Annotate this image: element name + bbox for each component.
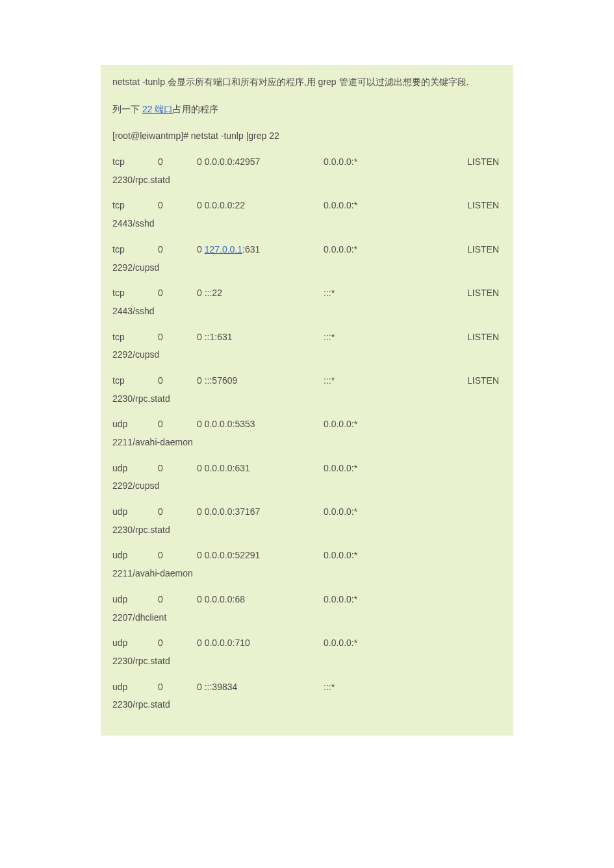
send-local: 0 127.0.0.1:631 — [197, 243, 324, 257]
send-local: 0 0.0.0.0:42957 — [197, 155, 324, 169]
foreign-address: 0.0.0.0:* — [324, 199, 463, 213]
netstat-row-cols: udp00 0.0.0.0:522910.0.0.0:* — [112, 549, 502, 563]
foreign-address: :::* — [324, 680, 463, 695]
foreign-address: 0.0.0.0:* — [324, 155, 463, 169]
netstat-row-cols: udp00 0.0.0.0:371670.0.0.0:* — [112, 505, 502, 519]
proto: udp — [112, 636, 158, 651]
program: 2292/cupsd — [112, 348, 502, 362]
state — [463, 417, 502, 432]
netstat-row: tcp00 127.0.0.1:6310.0.0.0:*LISTEN2292/c… — [112, 243, 502, 275]
send-local: 0 0.0.0.0:22 — [197, 199, 324, 213]
netstat-row: tcp00 :::57609:::*LISTEN2230/rpc.statd — [112, 374, 502, 406]
netstat-row-cols: tcp00 127.0.0.1:6310.0.0.0:*LISTEN — [112, 243, 502, 257]
program: 2443/sshd — [112, 217, 502, 231]
foreign-address: 0.0.0.0:* — [324, 593, 463, 607]
netstat-row-cols: udp00 0.0.0.0:7100.0.0.0:* — [112, 636, 502, 651]
recv-q: 0 — [158, 417, 197, 432]
netstat-row: udp00 0.0.0.0:522910.0.0.0:*2211/avahi-d… — [112, 549, 502, 580]
proto: udp — [112, 593, 158, 607]
state — [463, 549, 502, 563]
proto: tcp — [112, 243, 158, 257]
netstat-row: tcp00 ::1:631:::*LISTEN2292/cupsd — [112, 330, 502, 362]
foreign-address: :::* — [324, 286, 463, 301]
proto: udp — [112, 549, 158, 563]
program: 2292/cupsd — [112, 261, 502, 275]
send-local: 0 0.0.0.0:710 — [197, 636, 324, 651]
send-local: 0 0.0.0.0:631 — [197, 462, 324, 476]
recv-q: 0 — [158, 155, 197, 169]
netstat-output: tcp00 0.0.0.0:429570.0.0.0:*LISTEN2230/r… — [112, 155, 502, 712]
proto: tcp — [112, 374, 158, 388]
netstat-row: tcp00 :::22:::*LISTEN2443/sshd — [112, 286, 502, 318]
netstat-row: tcp00 0.0.0.0:429570.0.0.0:*LISTEN2230/r… — [112, 155, 502, 187]
send-local-suffix: :631 — [242, 244, 260, 254]
recv-q: 0 — [158, 505, 197, 519]
recv-q: 0 — [158, 243, 197, 257]
netstat-row-cols: tcp00 ::1:631:::*LISTEN — [112, 330, 502, 345]
recv-q: 0 — [158, 330, 197, 345]
netstat-row-cols: tcp00 :::22:::*LISTEN — [112, 286, 502, 301]
program: 2211/avahi-daemon — [112, 567, 502, 581]
program: 2207/dhclient — [112, 611, 502, 625]
program: 2230/rpc.statd — [112, 523, 502, 538]
netstat-row-cols: tcp00 :::57609:::*LISTEN — [112, 374, 502, 388]
program: 2443/sshd — [112, 304, 502, 319]
foreign-address: 0.0.0.0:* — [324, 636, 463, 651]
send-local: 0 0.0.0.0:5353 — [197, 417, 324, 432]
state — [463, 505, 502, 519]
program: 2292/cupsd — [112, 479, 502, 493]
foreign-address: :::* — [324, 374, 463, 388]
program: 2230/rpc.statd — [112, 654, 502, 669]
state — [463, 636, 502, 651]
netstat-row: udp00 0.0.0.0:680.0.0.0:*2207/dhclient — [112, 593, 502, 625]
foreign-address: 0.0.0.0:* — [324, 462, 463, 476]
send-local: 0 0.0.0.0:52291 — [197, 549, 324, 563]
program: 2230/rpc.statd — [112, 698, 502, 712]
send-local-prefix: 0 — [197, 244, 205, 254]
recv-q: 0 — [158, 286, 197, 301]
send-local: 0 ::1:631 — [197, 330, 324, 345]
state: LISTEN — [463, 243, 502, 257]
port-link[interactable]: 22 端口 — [142, 104, 173, 114]
proto: udp — [112, 680, 158, 695]
netstat-row: udp00 0.0.0.0:6310.0.0.0:*2292/cupsd — [112, 462, 502, 493]
netstat-row: udp00 :::39834:::*2230/rpc.statd — [112, 680, 502, 712]
program: 2230/rpc.statd — [112, 392, 502, 406]
program: 2230/rpc.statd — [112, 173, 502, 188]
netstat-row: udp00 0.0.0.0:371670.0.0.0:*2230/rpc.sta… — [112, 505, 502, 537]
netstat-row-cols: tcp00 0.0.0.0:220.0.0.0:*LISTEN — [112, 199, 502, 213]
proto: tcp — [112, 199, 158, 213]
foreign-address: 0.0.0.0:* — [324, 549, 463, 563]
netstat-row: udp00 0.0.0.0:53530.0.0.0:*2211/avahi-da… — [112, 417, 502, 449]
netstat-row-cols: udp00 :::39834:::* — [112, 680, 502, 695]
state — [463, 680, 502, 695]
foreign-address: 0.0.0.0:* — [324, 505, 463, 519]
command-line: [root@leiwantmp]# netstat -tunlp |grep 2… — [112, 129, 502, 143]
ip-link[interactable]: 127.0.0.1 — [205, 244, 242, 254]
proto: udp — [112, 505, 158, 519]
foreign-address: :::* — [324, 330, 463, 345]
sub-intro-prefix: 列一下 — [112, 104, 142, 114]
send-local: 0 0.0.0.0:37167 — [197, 505, 324, 519]
netstat-row: tcp00 0.0.0.0:220.0.0.0:*LISTEN2443/sshd — [112, 199, 502, 230]
proto: udp — [112, 462, 158, 476]
netstat-row-cols: udp00 0.0.0.0:53530.0.0.0:* — [112, 417, 502, 432]
state: LISTEN — [463, 374, 502, 388]
recv-q: 0 — [158, 374, 197, 388]
recv-q: 0 — [158, 680, 197, 695]
netstat-row: udp00 0.0.0.0:7100.0.0.0:*2230/rpc.statd — [112, 636, 502, 668]
proto: udp — [112, 417, 158, 432]
sub-intro: 列一下 22 端口占用的程序 — [112, 103, 502, 117]
state: LISTEN — [463, 286, 502, 301]
content-block: netstat -tunlp 会显示所有端口和所有对应的程序,用 grep 管道… — [101, 65, 513, 736]
document-page: netstat -tunlp 会显示所有端口和所有对应的程序,用 grep 管道… — [0, 0, 614, 868]
state — [463, 462, 502, 476]
state: LISTEN — [463, 199, 502, 213]
program: 2211/avahi-daemon — [112, 436, 502, 450]
recv-q: 0 — [158, 636, 197, 651]
intro-text: netstat -tunlp 会显示所有端口和所有对应的程序,用 grep 管道… — [112, 75, 502, 90]
foreign-address: 0.0.0.0:* — [324, 243, 463, 257]
proto: tcp — [112, 155, 158, 169]
recv-q: 0 — [158, 549, 197, 563]
recv-q: 0 — [158, 199, 197, 213]
